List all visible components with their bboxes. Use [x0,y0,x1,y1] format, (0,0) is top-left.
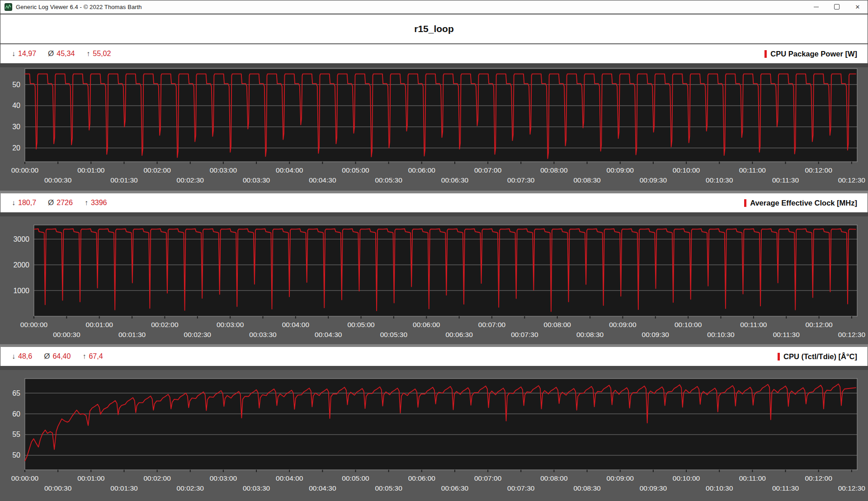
x-tick-label: 00:08:00 [540,166,568,174]
x-tick-label: 00:11:30 [772,484,799,492]
zone-bottom-band [0,191,868,193]
series-color-swatch [764,50,767,58]
x-tick-label: 00:05:30 [380,331,408,338]
x-tick-label: 00:07:30 [511,331,538,338]
average-icon: Ø [44,352,50,361]
maximize-button[interactable] [826,0,847,14]
max-arrow-icon: ↑ [85,199,88,207]
x-tick-label: 00:06:00 [413,321,440,328]
average-icon: Ø [48,198,54,207]
x-tick-label: 00:01:00 [77,474,105,482]
x-tick-label: 00:00:30 [44,484,72,492]
zone-top-band [0,366,868,370]
window-controls: ✕ [806,0,868,14]
min-arrow-icon: ↓ [12,352,15,361]
y-tick-label: 55 [12,431,20,438]
x-tick-label: 00:00:00 [11,474,39,482]
y-tick-label: 30 [12,123,20,131]
x-tick-label: 00:05:00 [342,474,369,482]
window-title: Generic Log Viewer 6.4 - © 2022 Thomas B… [16,4,142,10]
close-button[interactable]: ✕ [847,0,868,14]
x-tick-label: 00:01:30 [110,484,138,492]
x-tick-label: 00:11:00 [739,166,766,174]
x-tick-label: 00:03:30 [243,484,270,492]
x-tick-label: 00:12:30 [838,176,866,184]
close-icon: ✕ [855,4,860,10]
stats-values: ↓180,7 Ø2726 ↑3396 [12,198,113,207]
titlebar[interactable]: Generic Log Viewer 6.4 - © 2022 Thomas B… [0,0,868,14]
x-tick-label: 00:07:30 [507,484,535,492]
x-tick-label: 00:09:00 [607,474,634,482]
plot-area[interactable] [25,379,857,470]
cpu-power-chart[interactable]: 2030405000:00:0000:01:0000:02:0000:03:00… [0,63,868,193]
x-tick-label: 00:12:30 [838,484,866,492]
min-arrow-icon: ↓ [12,199,15,207]
x-tick-label: 00:01:30 [118,331,146,338]
x-tick-label: 00:05:00 [347,321,375,328]
x-tick-label: 00:06:30 [441,176,469,184]
x-tick-label: 00:04:30 [309,176,336,184]
x-tick-label: 00:05:00 [342,166,369,174]
x-tick-label: 00:03:00 [210,474,237,482]
x-tick-label: 00:11:30 [773,331,800,338]
x-tick-label: 00:09:00 [607,166,634,174]
x-tick-label: 00:04:00 [282,321,310,328]
x-tick-label: 00:04:30 [315,331,342,338]
page-title: r15_loop [414,23,454,34]
minimize-icon [814,7,819,7]
x-tick-label: 00:10:00 [673,166,700,174]
x-tick-label: 00:04:00 [276,166,303,174]
x-tick-label: 00:08:00 [540,474,568,482]
x-tick-label: 00:00:30 [53,331,80,338]
x-tick-label: 00:06:00 [408,474,436,482]
series-label-effective-clock: Average Effective Clock [MHz] [744,199,857,207]
x-tick-label: 00:04:00 [276,474,303,482]
y-tick-label: 50 [12,451,20,459]
minimize-button[interactable] [806,0,826,14]
zone-top-band [0,212,868,216]
stats-row-effective-clock: ↓180,7 Ø2726 ↑3396 Average Effective Clo… [0,193,868,212]
x-tick-label: 00:09:30 [642,331,670,338]
x-tick-label: 00:08:30 [576,331,604,338]
x-tick-label: 00:04:30 [309,484,336,492]
x-tick-label: 00:10:00 [673,474,700,482]
x-tick-label: 00:10:00 [675,321,702,328]
max-value: 67,4 [89,352,103,361]
x-tick-label: 00:02:30 [184,331,212,338]
x-tick-label: 00:02:30 [177,484,204,492]
y-tick-label: 3000 [13,235,29,243]
y-tick-label: 60 [12,410,20,418]
max-value: 3396 [91,199,107,207]
y-tick-label: 20 [12,144,20,152]
x-tick-label: 00:07:00 [474,166,502,174]
stats-row-cpu-power: ↓14,97 Ø45,34 ↑55,02 CPU Package Power [… [0,44,868,63]
effective-clock-chart[interactable]: 10002000300000:00:0000:01:0000:02:0000:0… [0,212,868,347]
x-tick-label: 00:05:30 [375,484,403,492]
x-tick-label: 00:02:30 [177,176,204,184]
cpu-temp-chart[interactable]: 5055606500:00:0000:01:0000:02:0000:03:00… [0,366,868,501]
x-tick-label: 00:10:30 [706,484,733,492]
x-tick-label: 00:09:30 [640,176,667,184]
x-tick-label: 00:10:30 [706,176,733,184]
y-tick-label: 1000 [13,287,29,295]
zone-top-band [0,63,868,67]
x-tick-label: 00:03:00 [210,166,237,174]
x-tick-label: 00:06:30 [445,331,473,338]
series-label-cpu-temp: CPU (Tctl/Tdie) [Â°C] [778,352,857,361]
x-tick-label: 00:09:30 [640,484,667,492]
y-tick-label: 65 [12,389,20,397]
x-tick-label: 00:11:00 [740,321,767,328]
chart-title: CPU (Tctl/Tdie) [Â°C] [783,352,857,361]
y-tick-label: 40 [12,102,20,109]
x-tick-label: 00:07:00 [474,474,502,482]
x-tick-label: 00:03:00 [217,321,244,328]
min-value: 48,6 [18,352,32,361]
min-arrow-icon: ↓ [12,50,15,58]
x-tick-label: 00:03:30 [243,176,270,184]
stats-values: ↓14,97 Ø45,34 ↑55,02 [12,49,117,58]
x-tick-label: 00:07:00 [478,321,506,328]
stats-values: ↓48,6 Ø64,40 ↑67,4 [12,352,109,361]
chart-title: Average Effective Clock [MHz] [750,199,857,207]
average-icon: Ø [48,49,54,58]
series-label-cpu-power: CPU Package Power [W] [764,50,857,58]
